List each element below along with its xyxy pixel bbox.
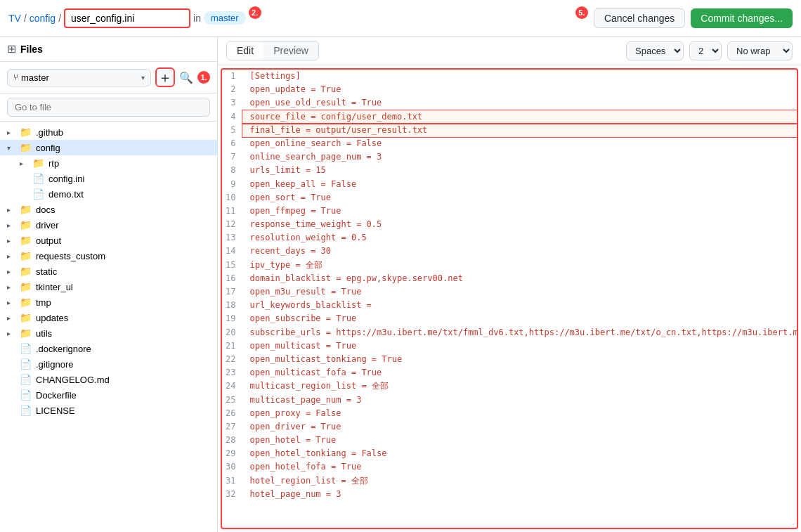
tree-item-requests_custom[interactable]: ▸📁requests_custom xyxy=(0,248,217,264)
line-number: 30 xyxy=(222,460,242,474)
line-code[interactable]: open_update = True xyxy=(242,83,798,96)
chevron-down-icon: ▾ xyxy=(141,74,145,82)
table-row: 10open_sort = True xyxy=(222,191,798,205)
editor-container[interactable]: 1[Settings]2open_update = True3open_use_… xyxy=(221,68,798,529)
table-row: 8urls_limit = 15 xyxy=(222,164,798,177)
breadcrumb: TV / config / in master 2. xyxy=(8,8,570,28)
tree-item-config.ini[interactable]: 📄config.ini xyxy=(0,171,217,186)
line-number: 6 xyxy=(222,137,242,150)
table-row: 21open_multicast = True xyxy=(222,339,798,353)
tab-preview[interactable]: Preview xyxy=(263,41,318,60)
tree-item-CHANGELOG.md[interactable]: 📄CHANGELOG.md xyxy=(0,372,217,387)
commit-changes-button[interactable]: Commit changes... xyxy=(691,8,793,28)
line-code[interactable]: open_proxy = False xyxy=(242,407,798,420)
line-code[interactable]: open_multicast_fofa = True xyxy=(242,366,798,379)
line-code[interactable]: open_keep_all = False xyxy=(242,178,798,191)
folder-icon: 📁 xyxy=(20,297,32,308)
line-code[interactable]: online_search_page_num = 3 xyxy=(242,150,798,164)
plus-icon: ＋ xyxy=(158,70,172,84)
line-code[interactable]: final_file = output/user_result.txt xyxy=(242,124,798,137)
tree-item-label: tkinter_ui xyxy=(36,282,73,292)
tree-item-label: requests_custom xyxy=(36,251,105,261)
panel-toggle-icon[interactable]: ⊞ xyxy=(7,42,16,56)
breadcrumb-folder-link[interactable]: config xyxy=(30,13,56,24)
branch-badge: master xyxy=(204,11,246,25)
tree-item-label: .github xyxy=(36,127,63,138)
line-code[interactable]: urls_limit = 15 xyxy=(242,164,798,177)
line-code[interactable]: resolution_weight = 0.5 xyxy=(242,231,798,245)
tree-item-tkinter_ui[interactable]: ▸📁tkinter_ui xyxy=(0,279,217,294)
branch-selector[interactable]: ⑂ master ▾ xyxy=(7,69,151,86)
tree-item-.gitignore[interactable]: 📄.gitignore xyxy=(0,356,217,372)
line-number: 28 xyxy=(222,434,242,447)
tree-item-label: utils xyxy=(36,328,52,339)
tree-item-output[interactable]: ▸📁output xyxy=(0,233,217,248)
line-code[interactable]: open_hotel = True xyxy=(242,434,798,447)
table-row: 27open_driver = True xyxy=(222,420,798,434)
line-number: 23 xyxy=(222,366,242,379)
line-number: 3 xyxy=(222,96,242,110)
go-to-file-input[interactable] xyxy=(7,98,210,117)
line-code[interactable]: recent_days = 30 xyxy=(242,245,798,258)
line-code[interactable]: hotel_page_num = 3 xyxy=(242,488,798,501)
line-code[interactable]: open_ffmpeg = True xyxy=(242,205,798,218)
tree-item-LICENSE[interactable]: 📄LICENSE xyxy=(0,403,217,418)
line-code[interactable]: ipv_type = 全部 xyxy=(242,259,798,272)
tree-item-static[interactable]: ▸📁static xyxy=(0,264,217,279)
line-code[interactable]: open_hotel_tonkiang = False xyxy=(242,447,798,460)
tree-item-github[interactable]: ▸📁.github xyxy=(0,124,217,140)
tab-edit[interactable]: Edit xyxy=(227,41,263,60)
line-number: 10 xyxy=(222,191,242,205)
table-row: 19open_subscribe = True xyxy=(222,312,798,325)
new-file-button[interactable]: ＋ xyxy=(155,67,175,87)
line-code[interactable]: url_keywords_blacklist = xyxy=(242,299,798,312)
line-code[interactable]: open_driver = True xyxy=(242,420,798,434)
tree-item-config[interactable]: ▾📁config xyxy=(0,140,217,155)
tree-item-driver[interactable]: ▸📁driver xyxy=(0,217,217,233)
line-code[interactable]: open_multicast_tonkiang = True xyxy=(242,353,798,366)
line-code[interactable]: open_subscribe = True xyxy=(242,312,798,325)
tree-item-rtp[interactable]: ▸📁rtp xyxy=(0,155,217,171)
line-code[interactable]: open_sort = True xyxy=(242,191,798,205)
file-icon: 📄 xyxy=(20,405,32,416)
annotation-badge-2: 2. xyxy=(249,6,261,19)
line-code[interactable]: open_use_old_result = True xyxy=(242,96,798,110)
breadcrumb-repo-link[interactable]: TV xyxy=(8,13,21,24)
line-code[interactable]: hotel_region_list = 全部 xyxy=(242,474,798,488)
filename-input[interactable] xyxy=(64,8,190,28)
line-code[interactable]: multicast_region_list = 全部 xyxy=(242,379,798,393)
breadcrumb-sep1: / xyxy=(24,13,27,24)
tree-item-docs[interactable]: ▸📁docs xyxy=(0,202,217,217)
line-code[interactable]: [Settings] xyxy=(242,70,798,83)
line-number: 16 xyxy=(222,272,242,285)
line-code[interactable]: open_multicast = True xyxy=(242,339,798,353)
tree-item-Dockerfile[interactable]: 📄Dockerfile xyxy=(0,387,217,403)
search-button[interactable]: 🔍 xyxy=(179,71,193,84)
line-code[interactable]: open_m3u_result = True xyxy=(242,285,798,299)
spaces-select[interactable]: Spaces xyxy=(626,41,684,60)
editor-toolbar: EditPreview Spaces 248 No wrapSoft wrap xyxy=(218,37,801,65)
tree-item-tmp[interactable]: ▸📁tmp xyxy=(0,294,217,310)
line-code[interactable]: domain_blacklist = epg.pw,skype.serv00.n… xyxy=(242,272,798,285)
tree-item-utils[interactable]: ▸📁utils xyxy=(0,325,217,341)
line-number: 18 xyxy=(222,299,242,312)
tree-item-label: config xyxy=(36,143,60,153)
table-row: 28open_hotel = True xyxy=(222,434,798,447)
line-code[interactable]: subscribe_urls = https://m3u.ibert.me/tx… xyxy=(242,326,798,339)
search-icon: 🔍 xyxy=(179,72,193,84)
chevron-icon: ▸ xyxy=(7,221,15,229)
line-code[interactable]: open_online_search = False xyxy=(242,137,798,150)
nowrap-select[interactable]: No wrapSoft wrap xyxy=(727,41,793,60)
table-row: 15ipv_type = 全部 xyxy=(222,259,798,272)
tree-item-.dockerignore[interactable]: 📄.dockerignore xyxy=(0,341,217,356)
table-row: 9open_keep_all = False xyxy=(222,178,798,191)
line-code[interactable]: response_time_weight = 0.5 xyxy=(242,218,798,231)
cancel-changes-button[interactable]: Cancel changes xyxy=(594,8,685,28)
tree-item-demo.txt[interactable]: 📄demo.txt xyxy=(0,186,217,202)
line-code[interactable]: source_file = config/user_demo.txt xyxy=(242,110,798,124)
file-icon: 📄 xyxy=(20,389,32,401)
tree-item-updates[interactable]: ▸📁updates xyxy=(0,310,217,325)
indent-select[interactable]: 248 xyxy=(689,41,722,60)
line-code[interactable]: multicast_page_num = 3 xyxy=(242,394,798,407)
line-code[interactable]: open_hotel_fofa = True xyxy=(242,460,798,474)
